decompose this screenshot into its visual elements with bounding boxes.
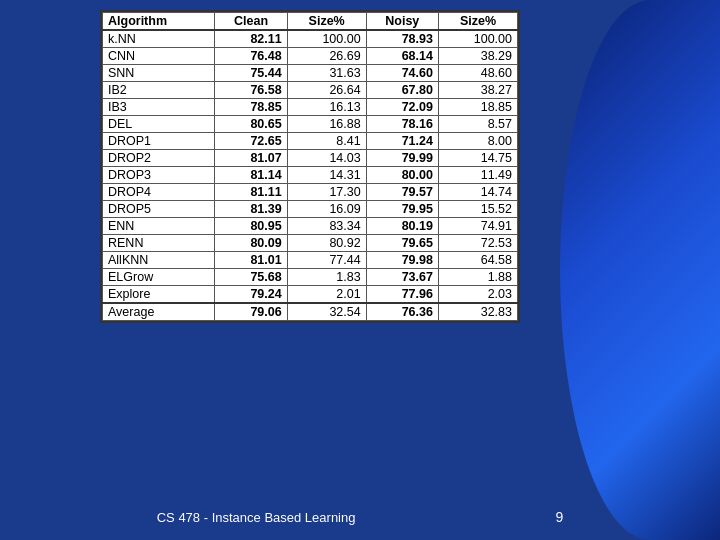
course-label: CS 478 - Instance Based Learning <box>157 510 356 525</box>
table-row: Explore79.242.0177.962.03 <box>103 286 518 304</box>
main-content: Algorithm Clean Size% Noisy Size% k.NN82… <box>100 10 520 323</box>
cell-algorithm: k.NN <box>103 30 215 48</box>
cell-noisy: 79.98 <box>366 252 438 269</box>
cell-noisy-size: 64.58 <box>438 252 517 269</box>
cell-clean-size: 16.88 <box>287 116 366 133</box>
cell-noisy-size: 72.53 <box>438 235 517 252</box>
cell-clean-size: 1.83 <box>287 269 366 286</box>
cell-clean: 75.44 <box>215 65 287 82</box>
cell-noisy: 77.96 <box>366 286 438 304</box>
cell-noisy-size: 15.52 <box>438 201 517 218</box>
cell-clean: 72.65 <box>215 133 287 150</box>
cell-clean: 76.58 <box>215 82 287 99</box>
table-row: ENN80.9583.3480.1974.91 <box>103 218 518 235</box>
average-row: Average79.0632.5476.3632.83 <box>103 303 518 321</box>
cell-clean-size: 8.41 <box>287 133 366 150</box>
cell-algorithm: DROP2 <box>103 150 215 167</box>
cell-noisy-size: 100.00 <box>438 30 517 48</box>
cell-noisy: 73.67 <box>366 269 438 286</box>
table-row: DROP481.1117.3079.5714.74 <box>103 184 518 201</box>
cell-noisy: 79.57 <box>366 184 438 201</box>
cell-noisy: 72.09 <box>366 99 438 116</box>
table-row: AllKNN81.0177.4479.9864.58 <box>103 252 518 269</box>
cell-clean-size: 16.13 <box>287 99 366 116</box>
avg-clean-size: 32.54 <box>287 303 366 321</box>
col-noisy-size: Size% <box>438 13 517 31</box>
cell-algorithm: Explore <box>103 286 215 304</box>
cell-noisy-size: 18.85 <box>438 99 517 116</box>
cell-clean-size: 26.64 <box>287 82 366 99</box>
cell-algorithm: DROP4 <box>103 184 215 201</box>
cell-clean-size: 14.03 <box>287 150 366 167</box>
table-row: DROP172.658.4171.248.00 <box>103 133 518 150</box>
cell-algorithm: SNN <box>103 65 215 82</box>
cell-clean: 80.09 <box>215 235 287 252</box>
col-clean: Clean <box>215 13 287 31</box>
cell-noisy-size: 8.57 <box>438 116 517 133</box>
cell-clean: 76.48 <box>215 48 287 65</box>
table-header-row: Algorithm Clean Size% Noisy Size% <box>103 13 518 31</box>
table-row: DROP281.0714.0379.9914.75 <box>103 150 518 167</box>
cell-algorithm: DROP5 <box>103 201 215 218</box>
cell-clean: 80.95 <box>215 218 287 235</box>
footer: CS 478 - Instance Based Learning 9 <box>0 509 720 525</box>
cell-noisy: 68.14 <box>366 48 438 65</box>
cell-noisy: 74.60 <box>366 65 438 82</box>
bg-decoration <box>560 0 720 540</box>
table-row: ELGrow75.681.8373.671.88 <box>103 269 518 286</box>
cell-noisy-size: 8.00 <box>438 133 517 150</box>
col-clean-size: Size% <box>287 13 366 31</box>
avg-noisy-size: 32.83 <box>438 303 517 321</box>
avg-noisy: 76.36 <box>366 303 438 321</box>
cell-algorithm: ELGrow <box>103 269 215 286</box>
cell-clean: 79.24 <box>215 286 287 304</box>
cell-clean-size: 83.34 <box>287 218 366 235</box>
cell-algorithm: DEL <box>103 116 215 133</box>
cell-noisy: 79.95 <box>366 201 438 218</box>
cell-clean: 75.68 <box>215 269 287 286</box>
cell-algorithm: RENN <box>103 235 215 252</box>
table-row: DROP381.1414.3180.0011.49 <box>103 167 518 184</box>
results-table: Algorithm Clean Size% Noisy Size% k.NN82… <box>102 12 518 321</box>
cell-noisy-size: 14.74 <box>438 184 517 201</box>
cell-clean-size: 17.30 <box>287 184 366 201</box>
cell-noisy-size: 14.75 <box>438 150 517 167</box>
cell-clean: 81.14 <box>215 167 287 184</box>
cell-clean-size: 16.09 <box>287 201 366 218</box>
data-table-container: Algorithm Clean Size% Noisy Size% k.NN82… <box>100 10 520 323</box>
cell-algorithm: ENN <box>103 218 215 235</box>
cell-algorithm: CNN <box>103 48 215 65</box>
cell-noisy-size: 1.88 <box>438 269 517 286</box>
cell-clean: 78.85 <box>215 99 287 116</box>
cell-clean: 81.39 <box>215 201 287 218</box>
cell-clean-size: 14.31 <box>287 167 366 184</box>
cell-noisy-size: 38.29 <box>438 48 517 65</box>
cell-noisy: 67.80 <box>366 82 438 99</box>
cell-noisy-size: 48.60 <box>438 65 517 82</box>
cell-noisy-size: 2.03 <box>438 286 517 304</box>
cell-noisy: 78.16 <box>366 116 438 133</box>
cell-clean: 81.01 <box>215 252 287 269</box>
table-row: DROP581.3916.0979.9515.52 <box>103 201 518 218</box>
page-number: 9 <box>555 509 563 525</box>
col-algorithm: Algorithm <box>103 13 215 31</box>
table-row: IB378.8516.1372.0918.85 <box>103 99 518 116</box>
cell-noisy: 78.93 <box>366 30 438 48</box>
table-row: RENN80.0980.9279.6572.53 <box>103 235 518 252</box>
col-noisy: Noisy <box>366 13 438 31</box>
cell-algorithm: IB2 <box>103 82 215 99</box>
cell-algorithm: AllKNN <box>103 252 215 269</box>
cell-clean: 81.11 <box>215 184 287 201</box>
avg-algorithm: Average <box>103 303 215 321</box>
cell-algorithm: IB3 <box>103 99 215 116</box>
cell-clean-size: 80.92 <box>287 235 366 252</box>
table-row: k.NN82.11100.0078.93100.00 <box>103 30 518 48</box>
table-row: CNN76.4826.6968.1438.29 <box>103 48 518 65</box>
cell-noisy: 80.00 <box>366 167 438 184</box>
table-row: DEL80.6516.8878.168.57 <box>103 116 518 133</box>
cell-noisy-size: 11.49 <box>438 167 517 184</box>
table-row: SNN75.4431.6374.6048.60 <box>103 65 518 82</box>
cell-clean-size: 77.44 <box>287 252 366 269</box>
cell-clean: 81.07 <box>215 150 287 167</box>
cell-noisy: 80.19 <box>366 218 438 235</box>
